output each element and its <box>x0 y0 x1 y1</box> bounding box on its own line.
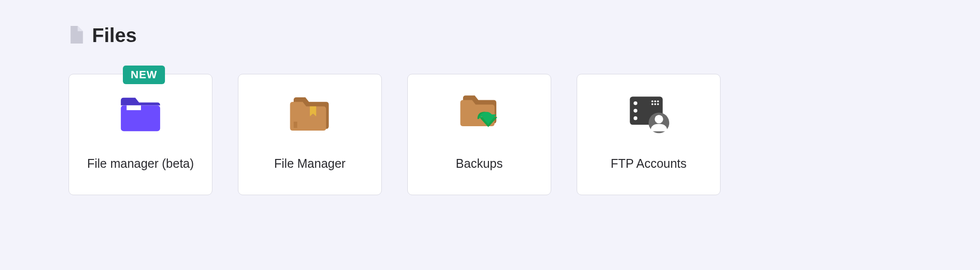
svg-point-12 <box>654 103 656 105</box>
svg-rect-3 <box>294 122 297 128</box>
svg-point-11 <box>652 103 653 105</box>
card-label: File manager (beta) <box>87 157 194 171</box>
svg-rect-1 <box>127 105 141 110</box>
ftp-accounts-icon <box>626 92 671 137</box>
svg-point-13 <box>657 103 659 105</box>
svg-point-5 <box>633 101 637 105</box>
svg-point-9 <box>654 100 656 102</box>
svg-point-15 <box>654 115 663 123</box>
card-row: NEW File manager (beta) File Manager <box>69 74 911 195</box>
card-file-manager-beta[interactable]: NEW File manager (beta) <box>69 74 212 195</box>
svg-point-8 <box>652 100 653 102</box>
folder-backup-icon <box>457 92 502 137</box>
folder-purple-icon <box>118 92 163 137</box>
card-label: File Manager <box>274 157 346 171</box>
folder-brown-icon <box>287 92 332 137</box>
card-label: FTP Accounts <box>610 157 686 171</box>
section-title: Files <box>92 24 137 46</box>
card-backups[interactable]: Backups <box>407 74 551 195</box>
card-label: Backups <box>456 157 503 171</box>
section-header: Files <box>69 24 911 46</box>
svg-point-10 <box>657 100 659 102</box>
svg-point-6 <box>633 109 637 113</box>
svg-point-7 <box>633 116 637 120</box>
file-icon <box>69 26 83 45</box>
new-badge: NEW <box>123 66 165 84</box>
card-ftp-accounts[interactable]: FTP Accounts <box>577 74 721 195</box>
card-file-manager[interactable]: File Manager <box>238 74 382 195</box>
